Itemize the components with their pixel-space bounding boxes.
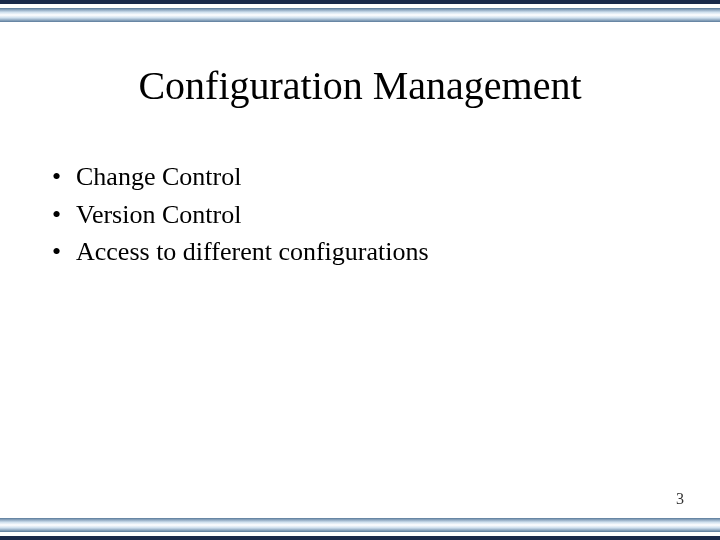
top-border-bar [0, 0, 720, 22]
bottom-bar-light [0, 518, 720, 532]
list-item: Change Control [48, 158, 648, 196]
bottom-bar-dark [0, 536, 720, 540]
list-item: Version Control [48, 196, 648, 234]
list-item: Access to different configurations [48, 233, 648, 271]
top-bar-light [0, 8, 720, 22]
slide-title: Configuration Management [0, 62, 720, 109]
bottom-border-bar [0, 518, 720, 540]
bullet-list: Change Control Version Control Access to… [48, 158, 648, 271]
page-number: 3 [676, 490, 684, 508]
